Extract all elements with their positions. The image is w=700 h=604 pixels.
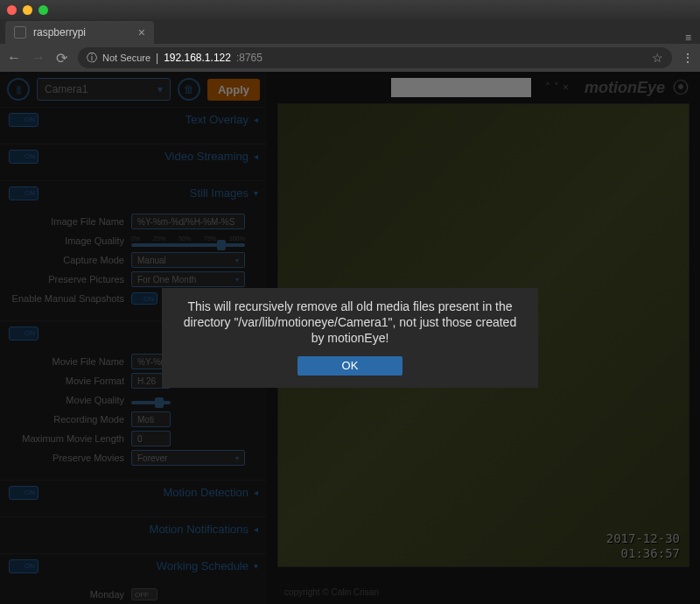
window-minimize-icon[interactable] bbox=[23, 5, 32, 15]
favicon-icon bbox=[14, 26, 26, 39]
modal-ok-button[interactable]: OK bbox=[298, 356, 402, 376]
confirm-modal: This will recursively remove all old med… bbox=[162, 288, 538, 389]
modal-text: This will recursively remove all old med… bbox=[176, 298, 524, 347]
browser-url-bar: ← → ⟳ ⓘ Not Secure | 192.168.1.122:8765 … bbox=[0, 44, 700, 72]
url-port: :8765 bbox=[236, 52, 262, 64]
nav-forward-icon: → bbox=[32, 50, 46, 66]
info-icon: ⓘ bbox=[87, 51, 97, 66]
url-field[interactable]: ⓘ Not Secure | 192.168.1.122:8765 ☆ bbox=[78, 47, 672, 68]
bookmark-icon[interactable]: ☆ bbox=[652, 51, 663, 65]
window-maximize-icon[interactable] bbox=[38, 5, 48, 15]
browser-tab-bar: raspberrypi × ≡ bbox=[0, 19, 700, 44]
url-host: 192.168.1.122 bbox=[164, 52, 231, 64]
window-titlebar bbox=[0, 0, 700, 19]
security-label: Not Secure bbox=[102, 53, 150, 63]
window-close-icon[interactable] bbox=[7, 5, 17, 15]
browser-tab[interactable]: raspberrypi × bbox=[5, 21, 154, 44]
tab-close-icon[interactable]: × bbox=[138, 25, 145, 39]
browser-menu-icon[interactable]: ⋮ bbox=[682, 52, 693, 64]
tab-title: raspberrypi bbox=[33, 26, 86, 39]
modal-overlay: This will recursively remove all old med… bbox=[0, 72, 700, 604]
nav-back-icon[interactable]: ← bbox=[7, 50, 21, 66]
nav-reload-icon[interactable]: ⟳ bbox=[56, 50, 67, 67]
browser-system-icons: ≡ bbox=[676, 32, 700, 44]
